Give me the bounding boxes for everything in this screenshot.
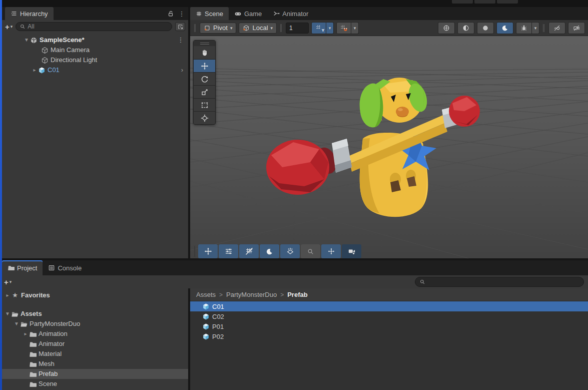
overlay-search-button[interactable] [301,244,320,258]
chevron-down-icon: ▾ [11,24,13,29]
hand-tool-button[interactable] [194,46,215,59]
lock-icon[interactable] [167,10,174,17]
tab-game[interactable]: Game [229,7,267,20]
rect-tool-button[interactable] [194,98,215,111]
rotate-tool-button[interactable] [194,72,215,85]
prefab-open-chevron[interactable]: › [181,65,183,75]
tree-prefab[interactable]: Prefab [0,369,188,379]
tree-material[interactable]: Material [0,349,188,359]
grid-visibility-button[interactable]: Y [311,22,326,34]
foldout-closed-icon[interactable]: ▸ [4,290,11,300]
hierarchy-panel: Hierarchy ⋮ + ▾ ▼ SampleScene* ⋮ Ma [2,7,188,258]
local-space-icon [243,25,250,32]
hierarchy-search-input[interactable] [28,23,168,30]
hierarchy-item-directional-light[interactable]: Directional Light [2,55,188,65]
file-label: C02 [212,313,224,320]
character-c01 [266,78,480,217]
tree-partymonsterduo[interactable]: ▼ PartyMonsterDuo [0,319,188,329]
tree-animation[interactable]: ▸ Animation [0,329,188,339]
effects-debug-button[interactable] [516,22,532,34]
folder-label: Animation [39,329,68,339]
gameobject-icon [41,47,49,54]
move-tool-button[interactable] [194,59,215,72]
tree-animator[interactable]: Animator [0,339,188,349]
item-label: Directional Light [51,55,97,65]
hierarchy-tab-label: Hierarchy [20,10,48,18]
tree-mesh[interactable]: Mesh [0,359,188,369]
pivot-mode-dropdown[interactable]: Pivot ▾ [200,23,236,34]
overlay-effects-button[interactable] [280,244,300,258]
scene-viewport[interactable] [190,36,588,259]
file-c02[interactable]: C02 [190,311,588,321]
foldout-closed-icon[interactable]: ▸ [31,65,38,75]
scene-render [190,36,588,259]
tab-hierarchy[interactable]: Hierarchy [5,7,54,20]
project-search-input[interactable] [428,278,579,285]
breadcrumb-prefab[interactable]: Prefab [287,291,307,298]
draw-mode-button[interactable] [438,22,455,34]
foldout-open-icon[interactable]: ▼ [23,35,30,45]
hierarchy-add-button[interactable]: + ▾ [5,23,13,31]
grid-axis-label: Y [322,28,324,33]
camera-off-icon [573,25,580,32]
project-tab-label: Project [17,264,37,272]
scene-lighting-button[interactable] [496,22,513,34]
tab-console[interactable]: Console [43,260,87,275]
camera-settings-button[interactable] [568,22,585,34]
scene-row[interactable]: ▼ SampleScene* ⋮ [2,35,188,45]
project-search [415,277,584,287]
project-add-button[interactable]: + ▾ [4,278,12,286]
grid-size-field[interactable] [286,23,309,34]
hierarchy-menu-icon[interactable]: ⋮ [178,10,185,18]
tab-project[interactable]: Project [2,260,43,275]
scene-menu-icon[interactable]: ⋮ [177,35,184,45]
filled-circle-icon [482,25,489,32]
foldout-open-icon[interactable]: ▼ [13,319,20,329]
hierarchy-item-main-camera[interactable]: Main Camera [2,45,188,55]
overlay-camera-button[interactable] [342,244,361,258]
foldout-closed-icon[interactable]: ▸ [22,329,29,339]
grid-visibility-dropdown[interactable]: ▾ [326,22,334,34]
hierarchy-tab-strip: Hierarchy ⋮ [2,7,188,20]
snap-increment-dropdown[interactable]: ▾ [351,22,359,34]
overlay-drag-handle[interactable] [194,41,215,46]
folder-label: Prefab [39,369,58,379]
file-p01[interactable]: P01 [190,321,588,331]
lighting-toggle-button[interactable] [477,22,494,34]
search-icon [419,279,425,285]
file-label: C01 [212,303,224,310]
play-button-stub[interactable] [452,0,473,4]
half-sphere-icon [462,25,469,32]
overlay-tool-settings-button[interactable] [219,244,238,258]
handle-rotation-dropdown[interactable]: Local ▾ [239,23,277,34]
scene-name-label: SampleScene* [40,35,85,45]
2d-mode-button[interactable] [457,22,474,34]
move-icon [201,62,209,70]
tree-assets[interactable]: ▼ Assets [0,309,188,319]
overlay-view-options-button[interactable] [260,244,279,258]
tree-favorites[interactable]: ▸ ★ Favorites [0,290,188,300]
overlay-tools-button[interactable] [198,244,218,258]
folder-icon [8,264,15,271]
folder-icon [29,340,37,348]
file-p02[interactable]: P02 [190,331,588,341]
scale-tool-button[interactable] [194,85,215,98]
overlay-orientation-button[interactable] [321,244,341,258]
breadcrumb-partymonsterduo[interactable]: PartyMonsterDuo [226,291,277,298]
tab-scene[interactable]: Scene [190,7,229,20]
hierarchy-item-c01[interactable]: ▸ C01 › [2,65,188,75]
transform-tool-button[interactable] [194,111,215,124]
file-c01[interactable]: C01 [190,301,588,311]
pause-button-stub[interactable] [474,0,495,4]
effects-dropdown[interactable]: ▾ [532,22,539,34]
breadcrumb-assets[interactable]: Assets [196,291,216,298]
snap-toggle-button[interactable] [336,22,351,34]
step-button-stub[interactable] [497,0,518,4]
tree-scene[interactable]: Scene [0,379,188,389]
foldout-open-icon[interactable]: ▼ [4,309,11,319]
hierarchy-pick-button[interactable] [175,22,185,31]
overlay-grid-snap-button[interactable] [239,244,259,258]
scene-visibility-button[interactable] [548,22,565,34]
hierarchy-icon [11,10,18,17]
tab-animator[interactable]: Animator [267,7,314,20]
